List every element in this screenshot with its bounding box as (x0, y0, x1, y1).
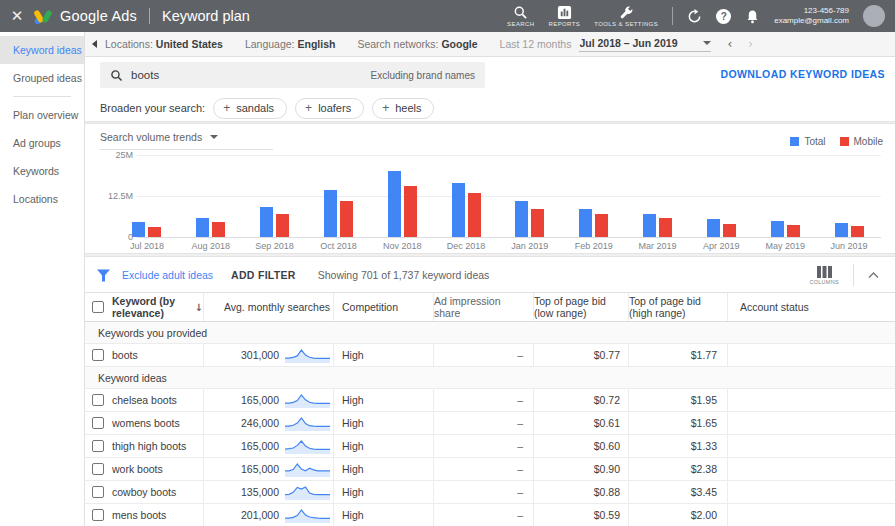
table-row-cowboy-boots: cowboy boots135,000High–$0.88$3.45 (85, 481, 895, 504)
row-checkbox[interactable] (92, 463, 104, 475)
bar-group-dec-2018: Dec 2018 (435, 155, 497, 251)
x-axis-label: Jun 2019 (830, 241, 867, 251)
keyword-cell: work boots (110, 458, 203, 480)
keyword-cell: cowboy boots (110, 481, 203, 503)
google-ads-logo-icon (34, 8, 52, 25)
bar-mobile (212, 222, 225, 237)
add-filter-button[interactable]: ADD FILTER (231, 269, 296, 281)
row-checkbox[interactable] (92, 440, 104, 452)
broaden-chip-heels[interactable]: +heels (372, 98, 434, 119)
next-period-icon[interactable]: › (748, 37, 753, 51)
exclude-adult-ideas-link[interactable]: Exclude adult ideas (122, 269, 213, 281)
refresh-icon[interactable] (687, 9, 702, 24)
x-axis-label: Sep 2018 (255, 241, 294, 251)
searches-value: 301,000 (204, 349, 279, 361)
row-checkbox[interactable] (92, 349, 104, 361)
columns-button[interactable]: COLUMNS (809, 266, 839, 285)
keyword-search-box[interactable]: Excluding brand names (100, 62, 485, 88)
account-status-cell (727, 458, 895, 480)
language-setting[interactable]: Language: English (245, 38, 335, 50)
y-axis-tick: 12.5M (108, 191, 133, 201)
sidebar-item-locations[interactable]: Locations (0, 185, 84, 213)
bar-group-mar-2019: Mar 2019 (627, 155, 689, 251)
row-checkbox[interactable] (92, 417, 104, 429)
row-checkbox[interactable] (92, 486, 104, 498)
account-id: 123-456-789 (774, 6, 849, 16)
bar-group-nov-2018: Nov 2018 (371, 155, 433, 251)
avatar[interactable] (863, 5, 885, 27)
searches-cell: 135,000 (203, 481, 333, 503)
row-checkbox[interactable] (92, 394, 104, 406)
account-info: 123-456-789 example@gmail.com (774, 6, 849, 26)
broaden-chip-loafers[interactable]: +loafers (295, 98, 364, 119)
notifications-bell-icon[interactable] (745, 9, 760, 24)
bid-low-cell: $0.77 (533, 344, 628, 366)
header-ad-impression-share[interactable]: Ad impression share (433, 293, 533, 321)
select-all-checkbox[interactable] (92, 301, 104, 313)
sidebar-item-keywords[interactable]: Keywords (0, 157, 84, 185)
locations-setting[interactable]: Locations: United States (105, 38, 223, 50)
sidebar-item-keyword-ideas[interactable]: Keyword ideas (0, 36, 84, 64)
legend-swatch (790, 137, 799, 146)
table-row-chelsea-boots: chelsea boots165,000High–$0.72$1.95 (85, 389, 895, 412)
trend-sparkline (285, 485, 330, 500)
row-checkbox[interactable] (92, 509, 104, 521)
header-avg-monthly-searches[interactable]: Avg. monthly searches (203, 293, 333, 321)
download-keyword-ideas-button[interactable]: DOWNLOAD KEYWORD IDEAS (720, 68, 885, 80)
header-competition[interactable]: Competition (333, 293, 433, 321)
bar-total (643, 214, 656, 237)
keyword-cell: chelsea boots (110, 389, 203, 411)
sidebar-divider (13, 96, 71, 97)
sidebar-item-grouped-ideas[interactable]: Grouped ideas (0, 64, 84, 92)
sort-by-keyword-button[interactable]: Keyword (by relevance)↓ (112, 295, 203, 319)
previous-period-icon[interactable]: ‹ (727, 37, 732, 51)
filter-icon (97, 269, 110, 282)
x-axis-label: Jul 2018 (130, 241, 164, 251)
bar-group-sep-2018: Sep 2018 (244, 155, 306, 251)
bar-group-aug-2018: Aug 2018 (180, 155, 242, 251)
broaden-label: Broaden your search: (100, 102, 205, 114)
header-account-status[interactable]: Account status (727, 293, 895, 321)
legend-swatch (840, 137, 849, 146)
x-axis-label: Mar 2019 (639, 241, 677, 251)
bar-mobile (787, 225, 800, 237)
help-icon[interactable]: ? (716, 9, 731, 24)
header-top-of-page-bid-low-range[interactable]: Top of page bid (low range) (533, 293, 628, 321)
collapse-panel-icon[interactable] (92, 40, 97, 48)
bid-high-cell: $3.45 (628, 481, 727, 503)
checkbox-cell (85, 458, 110, 480)
header-top-of-page-bid-high-range[interactable]: Top of page bid (high range) (628, 293, 727, 321)
account-status-cell (727, 389, 895, 411)
searches-value: 165,000 (204, 463, 279, 475)
keyword-cell: thigh high boots (110, 435, 203, 457)
bars (196, 155, 225, 237)
plan-settings-bar: Locations: United States Language: Engli… (85, 32, 895, 57)
bar-group-jun-2019: Jun 2019 (818, 155, 880, 251)
collapse-table-icon[interactable] (868, 272, 879, 278)
bar-group-oct-2018: Oct 2018 (307, 155, 369, 251)
date-range-dropdown[interactable]: Jul 2018 – Jun 2019 (579, 37, 711, 52)
x-axis-label: Nov 2018 (383, 241, 422, 251)
sidebar-item-ad-groups[interactable]: Ad groups (0, 129, 84, 157)
keyword-search-input[interactable] (131, 69, 362, 81)
checkbox-cell (85, 412, 110, 434)
bar-total (452, 183, 465, 237)
title-divider (149, 8, 150, 24)
checkbox-cell (85, 389, 110, 411)
bid-high-cell: $2.00 (628, 504, 727, 526)
x-axis-label: Apr 2019 (703, 241, 740, 251)
trend-sparkline (285, 439, 330, 454)
wrench-icon (619, 5, 634, 20)
chart-type-dropdown[interactable]: Search volume trends (100, 131, 273, 150)
topbar-divider (672, 7, 673, 25)
bar-total (324, 190, 337, 237)
chevron-down-icon (210, 135, 218, 139)
networks-setting[interactable]: Search networks: Google (357, 38, 477, 50)
reports-nav-button[interactable]: REPORTS (549, 5, 581, 27)
bid-high-cell: $1.95 (628, 389, 727, 411)
broaden-chip-sandals[interactable]: +sandals (213, 98, 287, 119)
sidebar-item-plan-overview[interactable]: Plan overview (0, 101, 84, 129)
tools-settings-button[interactable]: TOOLS & SETTINGS (594, 5, 658, 27)
search-nav-button[interactable]: SEARCH (507, 5, 534, 27)
close-icon[interactable]: ✕ (0, 7, 34, 25)
